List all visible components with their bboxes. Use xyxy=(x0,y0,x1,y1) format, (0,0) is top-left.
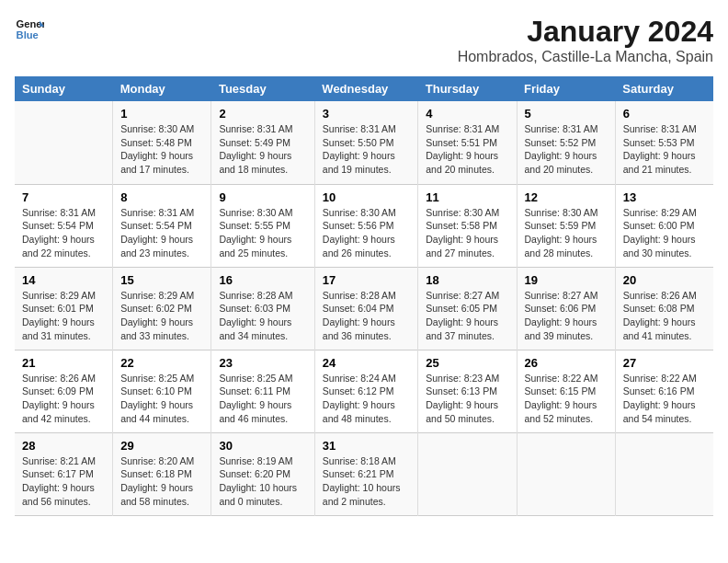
header-sunday: Sunday xyxy=(15,76,113,101)
day-number: 6 xyxy=(623,107,706,121)
day-number: 20 xyxy=(623,273,706,287)
week-row-3: 14Sunrise: 8:29 AM Sunset: 6:01 PM Dayli… xyxy=(15,267,713,350)
calendar-cell: 19Sunrise: 8:27 AM Sunset: 6:06 PM Dayli… xyxy=(517,267,615,350)
day-info: Sunrise: 8:30 AM Sunset: 5:59 PM Dayligh… xyxy=(525,206,608,260)
day-number: 21 xyxy=(22,356,105,370)
day-number: 7 xyxy=(22,190,105,204)
day-number: 27 xyxy=(623,356,706,370)
day-info: Sunrise: 8:31 AM Sunset: 5:51 PM Dayligh… xyxy=(426,122,508,177)
day-number: 18 xyxy=(426,273,508,287)
day-info: Sunrise: 8:26 AM Sunset: 6:09 PM Dayligh… xyxy=(22,372,105,426)
calendar-cell: 24Sunrise: 8:24 AM Sunset: 6:12 PM Dayli… xyxy=(314,350,417,432)
logo-icon: General Blue xyxy=(15,15,44,44)
day-info: Sunrise: 8:18 AM Sunset: 6:21 PM Dayligh… xyxy=(323,454,410,509)
calendar-cell: 31Sunrise: 8:18 AM Sunset: 6:21 PM Dayli… xyxy=(314,432,417,515)
calendar-table: SundayMondayTuesdayWednesdayThursdayFrid… xyxy=(15,76,713,516)
day-number: 2 xyxy=(219,107,306,121)
day-number: 28 xyxy=(22,439,105,453)
day-info: Sunrise: 8:31 AM Sunset: 5:54 PM Dayligh… xyxy=(120,206,203,260)
header: General Blue January 2024 Hombrados, Cas… xyxy=(15,15,713,65)
calendar-header-row: SundayMondayTuesdayWednesdayThursdayFrid… xyxy=(15,76,713,101)
day-info: Sunrise: 8:31 AM Sunset: 5:50 PM Dayligh… xyxy=(323,122,410,177)
day-number: 19 xyxy=(525,273,608,287)
calendar-cell: 30Sunrise: 8:19 AM Sunset: 6:20 PM Dayli… xyxy=(211,432,314,515)
day-number: 29 xyxy=(120,439,203,453)
day-info: Sunrise: 8:25 AM Sunset: 6:10 PM Dayligh… xyxy=(120,372,203,426)
calendar-cell: 16Sunrise: 8:28 AM Sunset: 6:03 PM Dayli… xyxy=(211,267,314,350)
calendar-cell: 9Sunrise: 8:30 AM Sunset: 5:55 PM Daylig… xyxy=(211,184,314,267)
day-number: 13 xyxy=(623,190,706,204)
day-number: 5 xyxy=(525,107,608,121)
day-info: Sunrise: 8:29 AM Sunset: 6:02 PM Dayligh… xyxy=(120,289,203,343)
day-info: Sunrise: 8:22 AM Sunset: 6:16 PM Dayligh… xyxy=(623,372,706,426)
day-info: Sunrise: 8:26 AM Sunset: 6:08 PM Dayligh… xyxy=(623,289,706,343)
calendar-cell: 27Sunrise: 8:22 AM Sunset: 6:16 PM Dayli… xyxy=(615,350,713,432)
day-number: 12 xyxy=(525,190,608,204)
calendar-cell: 10Sunrise: 8:30 AM Sunset: 5:56 PM Dayli… xyxy=(314,184,417,267)
day-number: 22 xyxy=(120,356,203,370)
day-number: 11 xyxy=(426,190,508,204)
day-number: 31 xyxy=(323,439,410,453)
calendar-cell xyxy=(418,432,517,515)
day-number: 15 xyxy=(120,273,203,287)
day-info: Sunrise: 8:31 AM Sunset: 5:53 PM Dayligh… xyxy=(623,122,706,177)
header-saturday: Saturday xyxy=(615,76,713,101)
calendar-cell xyxy=(15,101,113,184)
day-number: 3 xyxy=(323,107,410,121)
header-friday: Friday xyxy=(517,76,615,101)
day-info: Sunrise: 8:30 AM Sunset: 5:56 PM Dayligh… xyxy=(323,206,410,260)
week-row-2: 7Sunrise: 8:31 AM Sunset: 5:54 PM Daylig… xyxy=(15,184,713,267)
calendar-cell: 5Sunrise: 8:31 AM Sunset: 5:52 PM Daylig… xyxy=(517,101,615,184)
day-info: Sunrise: 8:31 AM Sunset: 5:54 PM Dayligh… xyxy=(22,206,105,260)
calendar-cell: 7Sunrise: 8:31 AM Sunset: 5:54 PM Daylig… xyxy=(15,184,113,267)
day-info: Sunrise: 8:30 AM Sunset: 5:48 PM Dayligh… xyxy=(120,122,203,177)
day-info: Sunrise: 8:29 AM Sunset: 6:01 PM Dayligh… xyxy=(22,289,105,343)
calendar-cell: 22Sunrise: 8:25 AM Sunset: 6:10 PM Dayli… xyxy=(113,350,211,432)
calendar-cell: 28Sunrise: 8:21 AM Sunset: 6:17 PM Dayli… xyxy=(15,432,113,515)
header-thursday: Thursday xyxy=(418,76,517,101)
day-info: Sunrise: 8:31 AM Sunset: 5:52 PM Dayligh… xyxy=(525,122,608,177)
day-number: 1 xyxy=(120,107,203,121)
calendar-cell: 29Sunrise: 8:20 AM Sunset: 6:18 PM Dayli… xyxy=(113,432,211,515)
header-tuesday: Tuesday xyxy=(211,76,314,101)
day-number: 9 xyxy=(219,190,306,204)
day-number: 26 xyxy=(525,356,608,370)
day-number: 25 xyxy=(426,356,508,370)
day-number: 30 xyxy=(219,439,306,453)
calendar-cell: 4Sunrise: 8:31 AM Sunset: 5:51 PM Daylig… xyxy=(418,101,517,184)
calendar-cell: 2Sunrise: 8:31 AM Sunset: 5:49 PM Daylig… xyxy=(211,101,314,184)
day-number: 14 xyxy=(22,273,105,287)
calendar-cell: 21Sunrise: 8:26 AM Sunset: 6:09 PM Dayli… xyxy=(15,350,113,432)
calendar-cell: 13Sunrise: 8:29 AM Sunset: 6:00 PM Dayli… xyxy=(615,184,713,267)
calendar-cell: 14Sunrise: 8:29 AM Sunset: 6:01 PM Dayli… xyxy=(15,267,113,350)
week-row-4: 21Sunrise: 8:26 AM Sunset: 6:09 PM Dayli… xyxy=(15,350,713,432)
calendar-cell: 6Sunrise: 8:31 AM Sunset: 5:53 PM Daylig… xyxy=(615,101,713,184)
calendar-cell: 11Sunrise: 8:30 AM Sunset: 5:58 PM Dayli… xyxy=(418,184,517,267)
day-info: Sunrise: 8:30 AM Sunset: 5:55 PM Dayligh… xyxy=(219,206,306,260)
day-info: Sunrise: 8:28 AM Sunset: 6:03 PM Dayligh… xyxy=(219,289,306,343)
day-info: Sunrise: 8:22 AM Sunset: 6:15 PM Dayligh… xyxy=(525,372,608,426)
day-number: 24 xyxy=(323,356,410,370)
main-title: January 2024 xyxy=(458,15,713,49)
day-info: Sunrise: 8:25 AM Sunset: 6:11 PM Dayligh… xyxy=(219,372,306,426)
day-info: Sunrise: 8:20 AM Sunset: 6:18 PM Dayligh… xyxy=(120,454,203,509)
day-info: Sunrise: 8:28 AM Sunset: 6:04 PM Dayligh… xyxy=(323,289,410,343)
calendar-cell: 12Sunrise: 8:30 AM Sunset: 5:59 PM Dayli… xyxy=(517,184,615,267)
day-number: 23 xyxy=(219,356,306,370)
day-info: Sunrise: 8:23 AM Sunset: 6:13 PM Dayligh… xyxy=(426,372,508,426)
calendar-cell: 18Sunrise: 8:27 AM Sunset: 6:05 PM Dayli… xyxy=(418,267,517,350)
svg-text:Blue: Blue xyxy=(17,29,39,40)
calendar-cell: 17Sunrise: 8:28 AM Sunset: 6:04 PM Dayli… xyxy=(314,267,417,350)
calendar-cell: 23Sunrise: 8:25 AM Sunset: 6:11 PM Dayli… xyxy=(211,350,314,432)
calendar-cell xyxy=(615,432,713,515)
calendar-cell: 1Sunrise: 8:30 AM Sunset: 5:48 PM Daylig… xyxy=(113,101,211,184)
week-row-1: 1Sunrise: 8:30 AM Sunset: 5:48 PM Daylig… xyxy=(15,101,713,184)
day-info: Sunrise: 8:27 AM Sunset: 6:06 PM Dayligh… xyxy=(525,289,608,343)
calendar-cell xyxy=(517,432,615,515)
day-info: Sunrise: 8:27 AM Sunset: 6:05 PM Dayligh… xyxy=(426,289,508,343)
header-monday: Monday xyxy=(113,76,211,101)
day-info: Sunrise: 8:31 AM Sunset: 5:49 PM Dayligh… xyxy=(219,122,306,177)
day-number: 10 xyxy=(323,190,410,204)
day-info: Sunrise: 8:21 AM Sunset: 6:17 PM Dayligh… xyxy=(22,454,105,509)
day-number: 8 xyxy=(120,190,203,204)
